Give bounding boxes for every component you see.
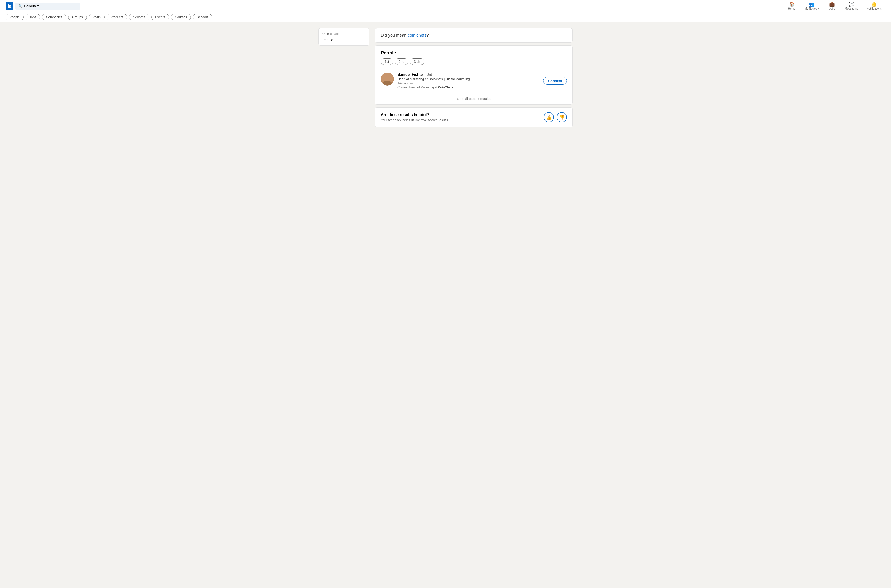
sidebar-on-this-page-label: On this page [322,32,366,36]
degree-filter-1st[interactable]: 1st [381,58,393,65]
filter-bar: PeopleJobsCompaniesGroupsPostsProductsSe… [0,12,891,22]
person-name[interactable]: Samuel Fichter [397,72,424,77]
sidebar-links: People [322,38,366,42]
sidebar: On this page People [318,28,369,127]
did-you-mean: Did you mean coin chefs? [375,28,572,42]
people-degree-filters: 1st2nd3rd+ [375,58,572,69]
person-result: Samuel Fichter · 3rd+ Head of Marketing … [375,69,572,93]
messaging-label: Messaging [845,7,858,10]
linkedin-logo[interactable]: in [6,2,14,10]
people-section-heading: People [375,46,572,58]
person-location: Trivandrum [397,81,539,85]
filter-tab-schools[interactable]: Schools [193,14,212,20]
messaging-icon: 💬 [849,2,854,6]
header: in 🔍 🏠Home👥My Network💼Jobs💬Messaging🔔Not… [0,0,891,12]
nav-item-jobs[interactable]: 💼Jobs [824,0,840,12]
person-current-role: Head of Marketing at [409,86,438,89]
notifications-icon: 🔔 [871,2,877,6]
filter-tab-groups[interactable]: Groups [68,14,87,20]
my-network-icon: 👥 [809,2,815,6]
search-bar: 🔍 [15,3,80,9]
person-current-label: Current: [397,86,408,89]
person-current: Current: Head of Marketing at CoinChefs [397,86,539,89]
filter-tab-people[interactable]: People [6,14,24,20]
content: Did you mean coin chefs? People 1st2nd3r… [375,28,573,127]
home-icon: 🏠 [789,2,795,6]
header-nav: 🏠Home👥My Network💼Jobs💬Messaging🔔Notifica… [784,0,885,12]
person-name-line: Samuel Fichter · 3rd+ [397,72,539,77]
filter-tab-companies[interactable]: Companies [42,14,66,20]
thumbs-up-button[interactable]: 👍 [544,112,554,122]
degree-filter-2nd[interactable]: 2nd [395,58,408,65]
notifications-label: Notifications [867,7,882,10]
search-input[interactable] [24,4,77,8]
main-layout: On this page People Did you mean coin ch… [315,28,576,127]
thumbs-down-button[interactable]: 👎 [557,112,567,122]
nav-item-my-network[interactable]: 👥My Network [801,0,823,12]
person-info: Samuel Fichter · 3rd+ Head of Marketing … [397,72,539,89]
sidebar-card: On this page People [318,28,369,46]
did-you-mean-card: Did you mean coin chefs? [375,28,573,43]
thumbs-down-icon: 👎 [559,114,565,120]
nav-item-home[interactable]: 🏠Home [784,0,800,12]
filter-tab-courses[interactable]: Courses [171,14,191,20]
person-degree: · 3rd+ [426,73,434,76]
feedback-title: Are these results helpful? [381,112,448,117]
thumbs-up-icon: 👍 [546,114,552,120]
jobs-label: Jobs [829,7,835,10]
filter-tab-posts[interactable]: Posts [89,14,105,20]
see-all-people-link[interactable]: See all people results [375,93,572,104]
person-title: Head of Marketing at Coinchefs | Digital… [397,77,539,81]
nav-item-notifications[interactable]: 🔔Notifications [863,0,885,12]
feedback-subtitle: Your feedback helps us improve search re… [381,118,448,122]
avatar-image [381,72,394,86]
did-you-mean-link[interactable]: coin chefs [408,33,426,38]
filter-tab-events[interactable]: Events [151,14,169,20]
avatar [381,72,394,86]
jobs-icon: 💼 [829,2,835,6]
filter-tab-jobs[interactable]: Jobs [26,14,41,20]
did-you-mean-suffix: ? [426,33,429,38]
degree-filter-3rdplus[interactable]: 3rd+ [410,58,424,65]
sidebar-link-people[interactable]: People [322,38,366,42]
person-current-company: CoinChefs [438,86,453,89]
people-section-card: People 1st2nd3rd+ Samuel Fichter · 3rd+ … [375,45,573,105]
search-icon: 🔍 [18,4,22,8]
filter-tab-services[interactable]: Services [129,14,149,20]
feedback-text: Are these results helpful? Your feedback… [381,112,448,122]
linkedin-logo-text: in [8,4,12,8]
my-network-label: My Network [804,7,819,10]
feedback-card: Are these results helpful? Your feedback… [375,107,573,127]
filter-tab-products[interactable]: Products [107,14,127,20]
nav-item-messaging[interactable]: 💬Messaging [841,0,862,12]
did-you-mean-prefix: Did you mean [381,33,408,38]
feedback-buttons: 👍 👎 [544,112,567,122]
home-label: Home [788,7,795,10]
connect-button[interactable]: Connect [543,77,567,85]
